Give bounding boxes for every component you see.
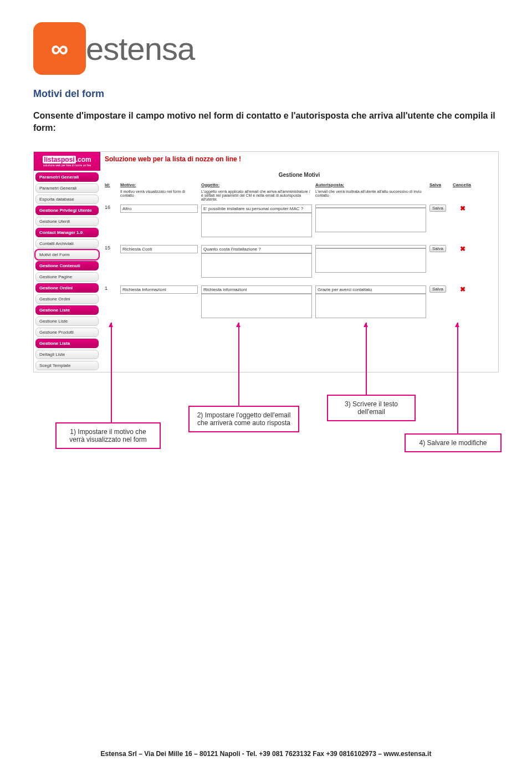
col-oggetto: Oggetto:	[201, 182, 312, 187]
sidebar-group-head: Gestione Privilegi Utente	[35, 206, 99, 215]
autorisposta-input[interactable]: Grazie per averci contattato	[315, 285, 426, 294]
oggetto-input[interactable]: E' possibile installare su personal comp…	[201, 205, 312, 213]
motivo-input[interactable]: Richiesta Informazioni	[120, 285, 198, 294]
sidebar-item[interactable]: Gestione Pagine	[35, 272, 99, 282]
main-title: Soluzione web per la lista di nozze on l…	[105, 155, 494, 163]
row-id: 16	[105, 205, 117, 210]
infinity-icon: ∞	[51, 35, 68, 63]
logo-mark: ∞	[33, 22, 86, 75]
salva-button[interactable]: Salva	[429, 205, 446, 212]
main-panel: Soluzione web per la lista di nozze on l…	[100, 152, 498, 372]
sidebar-item[interactable]: Gestione Utenti	[35, 217, 99, 226]
salva-button[interactable]: Salva	[429, 245, 446, 252]
brand-logo: ∞ estensa	[33, 22, 499, 75]
col-id: Id:	[105, 182, 117, 187]
sidebar-item[interactable]: Parametri Generali	[35, 183, 99, 193]
sidebar-group-head: Gestione Contenuti	[35, 261, 99, 270]
logo-text: estensa	[86, 30, 195, 67]
desc-autorisposta: L'email che verrà inoltrata all'utente a…	[315, 190, 426, 201]
motivo-input[interactable]: Altro	[120, 205, 198, 213]
col-cancella: Cancella	[453, 182, 473, 187]
site-logo-bottom: .com	[76, 156, 91, 164]
col-motivo: Motivo:	[120, 182, 198, 187]
intro-paragraph: Consente d'impostare il campo motivo nel…	[33, 110, 499, 135]
page-footer: Estensa Srl – Via Dei Mille 16 – 80121 N…	[0, 750, 532, 758]
app-screenshot: listasposi.com soluzione web per liste d…	[33, 151, 499, 372]
sidebar-item[interactable]: Dettagli Liste	[35, 350, 99, 359]
salva-button[interactable]: Salva	[429, 285, 446, 293]
oggetto-textarea[interactable]	[201, 253, 312, 278]
sidebar-item[interactable]: Scegli Template	[35, 361, 99, 370]
oggetto-textarea[interactable]	[201, 294, 312, 318]
desc-oggetto: L'oggetto verrà applicato all'email che …	[201, 190, 312, 201]
page-heading: Motivi del form	[33, 88, 499, 100]
sidebar-group-head: Gestione Ordini	[35, 283, 99, 293]
sidebar-item[interactable]: Gestione Ordini	[35, 294, 99, 304]
sidebar-group-head: Gestione Lista	[35, 339, 99, 348]
delete-icon[interactable]: ✖	[453, 245, 473, 253]
sidebar-item[interactable]: Motivi del Form	[35, 250, 99, 259]
sidebar-item[interactable]: Gestione Prodotti	[35, 328, 99, 337]
callout-2: 2) Impostare l'oggetto dell'email che ar…	[188, 406, 299, 432]
row-id: 1	[105, 285, 117, 291]
sidebar-item[interactable]: Gestione Liste	[35, 316, 99, 326]
sidebar-group-head: Contact Manager 1.0	[35, 228, 99, 237]
oggetto-input[interactable]: Richiesta informazioni	[201, 285, 312, 294]
table-row: 15Richiesta CostiQuanto costa l'installa…	[105, 245, 494, 278]
callout-3: 3) Scrivere il testo dell'email	[327, 395, 416, 421]
callout-4: 4) Salvare le modifiche	[405, 433, 502, 452]
sidebar-group-head: Parametri Generali	[35, 172, 99, 182]
sidebar: listasposi.com soluzione web per liste d…	[34, 152, 100, 372]
table-header: Id: Motivo: Oggetto: Autorisposta: Salva…	[105, 182, 494, 187]
callouts: 1) Impostare il motivo che verrà visuali…	[33, 384, 499, 483]
table-row: 1Richiesta InformazioniRichiesta informa…	[105, 285, 494, 318]
autorisposta-textarea[interactable]	[315, 248, 426, 273]
oggetto-input[interactable]: Quanto costa l'installazione ?	[201, 245, 312, 253]
delete-icon[interactable]: ✖	[453, 205, 473, 212]
desc-motivo: Il motivo verrà visualizzato nel form di…	[120, 190, 198, 201]
table-row: 16AltroE' possibile installare su person…	[105, 205, 494, 237]
sidebar-item[interactable]: Esporta database	[35, 195, 99, 204]
col-autorisposta: Autorisposta:	[315, 182, 426, 187]
oggetto-textarea[interactable]	[201, 213, 312, 237]
autorisposta-textarea[interactable]	[315, 294, 426, 318]
table-desc: Il motivo verrà visualizzato nel form di…	[105, 190, 494, 201]
delete-icon[interactable]: ✖	[453, 285, 473, 293]
sidebar-group-head: Gestione Liste	[35, 305, 99, 315]
site-logo-sub: soluzione web per liste di nozze on line	[37, 164, 98, 167]
motivo-input[interactable]: Richiesta Costi	[120, 245, 198, 253]
section-title: Gestione Motivi	[105, 172, 494, 178]
autorisposta-textarea[interactable]	[315, 208, 426, 232]
sidebar-item[interactable]: Contatti Archiviati	[35, 239, 99, 248]
row-id: 15	[105, 245, 117, 251]
site-logo: listasposi.com soluzione web per liste d…	[34, 152, 100, 171]
col-salva: Salva	[429, 182, 449, 187]
callout-1: 1) Impostare il motivo che verrà visuali…	[55, 422, 161, 449]
site-logo-top: listasposi	[43, 156, 75, 164]
